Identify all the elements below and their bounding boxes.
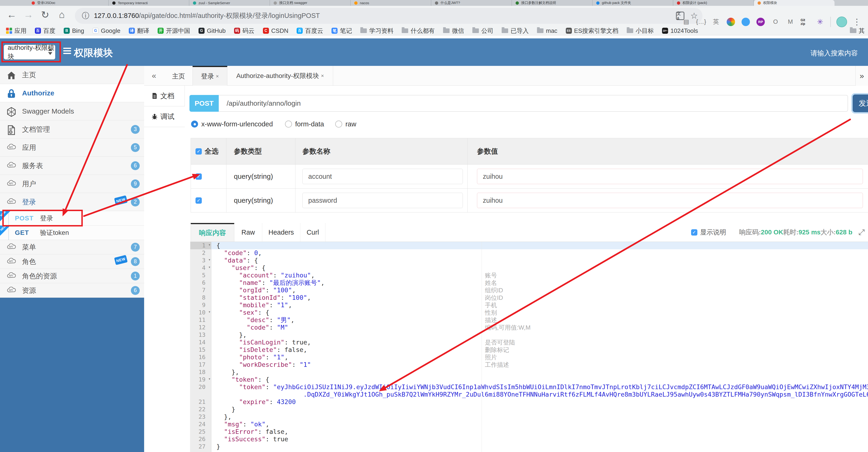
browser-tab[interactable]: nacos [350, 0, 431, 6]
select-all-checkbox[interactable]: ✓ [195, 148, 202, 154]
bookmark-item[interactable]: 笔笔记 [332, 27, 352, 35]
radio-label[interactable]: form-data [295, 120, 324, 128]
expand-response-icon[interactable]: ⤢ [859, 228, 865, 237]
tab-home[interactable]: 主页 [172, 72, 185, 81]
browser-tab[interactable]: 接口文档 swagger [270, 0, 350, 6]
send-button[interactable]: 发送 [852, 94, 868, 112]
tab-curl[interactable]: Curl [300, 223, 326, 242]
reader-icon[interactable]: ▤ [682, 17, 691, 27]
request-url-input[interactable] [219, 95, 848, 112]
param-value-input[interactable] [477, 193, 863, 208]
bookmark-item[interactable]: GGoogle [93, 27, 120, 34]
url-bar[interactable]: ⓘ 127.0.0.1:8760/api/gate/doc.html#/auth… [75, 8, 703, 24]
browser-tab-label: 登录/JSDoc [37, 1, 55, 5]
show-description-checkbox[interactable]: ✓ [691, 229, 698, 235]
param-checkbox[interactable]: ✓ [195, 197, 202, 204]
fold-arrow-icon[interactable]: ▾ [208, 310, 211, 314]
bookmark-item[interactable]: 译翻译 [129, 27, 149, 35]
bookmark-item[interactable]: 应用 [6, 27, 27, 35]
sidebar-item-4[interactable]: API应用5 [0, 139, 144, 157]
bookmark-item[interactable]: 什么都有 [402, 27, 435, 35]
sidebar-item-12[interactable]: API角色的资源1 [0, 269, 144, 283]
radio-form-data[interactable] [285, 120, 292, 128]
radio-raw[interactable] [335, 120, 342, 128]
cloud-api-icon: API [6, 272, 17, 281]
forward-icon[interactable]: → [22, 9, 35, 20]
tab-authorize[interactable]: Authorize-authority-权限模块 × [227, 66, 333, 86]
tab-document[interactable]: 文档 [144, 86, 185, 106]
sidebar-item-13[interactable]: API资源6 [0, 283, 144, 298]
radio-label[interactable]: x-www-form-urlencoded [201, 120, 273, 128]
radio-x-www-form-urlencoded[interactable] [191, 120, 198, 128]
bookmark-item[interactable]: GGitHub [198, 27, 226, 34]
colorful-circle-icon[interactable] [726, 17, 736, 27]
sidebar-item-5[interactable]: API服务表6 [0, 157, 144, 175]
close-icon[interactable]: × [321, 73, 324, 79]
param-name-input[interactable] [303, 169, 463, 184]
collapse-tabs-icon[interactable]: « [152, 71, 156, 80]
sidebar-item-1[interactable]: Authorize [0, 84, 144, 102]
fold-arrow-icon[interactable]: ▾ [208, 376, 211, 381]
sidebar-item-6[interactable]: API用户9 [0, 175, 144, 193]
browser-tab[interactable]: zuul - SampleServer [189, 0, 270, 6]
browser-tab[interactable]: 权限模块 [754, 0, 835, 6]
m-shield-icon[interactable]: M [786, 17, 795, 27]
browser-menu-icon[interactable]: ⋮ [852, 17, 861, 27]
expand-tabs-icon[interactable]: » [856, 66, 868, 86]
sidebar-item-10[interactable]: API菜单7 [0, 240, 144, 254]
bookmark-item[interactable]: 百百度云 [297, 27, 323, 35]
profile-avatar[interactable] [836, 17, 847, 27]
browser-tab[interactable]: 登录/JSDoc [28, 0, 108, 6]
bookmark-item[interactable]: 10²⁴1024Tools [662, 27, 698, 34]
bookmark-item[interactable]: ESES搜索引擎文档 [566, 27, 619, 35]
bookmark-item[interactable]: 已导入 [502, 27, 529, 35]
bookmark-item[interactable]: 公司 [472, 27, 493, 35]
braces-icon[interactable]: {…} [696, 17, 706, 27]
browser-tab[interactable]: Temporary Interacti [108, 0, 189, 6]
sidebar-item-11[interactable]: API角色NEW8 [0, 254, 144, 269]
back-icon[interactable]: ← [5, 9, 18, 20]
rp-icon[interactable]: RP [756, 17, 765, 27]
pinwheel-icon[interactable]: ✳ [815, 17, 825, 27]
bookmark-item[interactable]: BBing [64, 27, 84, 34]
bookmark-item[interactable]: 百百度 [35, 27, 55, 35]
bookmark-item[interactable]: 小目标 [627, 27, 654, 35]
bookmark-overflow[interactable]: 其 [850, 26, 865, 35]
en-translate-icon[interactable]: 英 [711, 17, 721, 27]
bookmark-item[interactable]: 学习资料 [360, 27, 393, 35]
page-info-icon[interactable]: ⓘ [82, 11, 89, 21]
fold-arrow-icon[interactable]: ▾ [208, 243, 211, 247]
tab-headers[interactable]: Headers [262, 223, 300, 242]
bookmark-item[interactable]: 开开源中国 [158, 27, 190, 35]
param-name-input[interactable] [303, 193, 463, 208]
tab-login[interactable]: 登录 × [192, 66, 227, 86]
radio-label[interactable]: raw [345, 120, 356, 128]
browser-tab[interactable]: 接口参数注解文档说明 [512, 0, 592, 6]
param-row: ✓query(string) [191, 189, 868, 213]
browser-tab[interactable]: github pack 文件夹 [592, 0, 673, 6]
fold-arrow-icon[interactable]: ▾ [208, 257, 211, 262]
menu-toggle-icon[interactable] [63, 48, 71, 55]
search-input[interactable]: 请输入搜索内容 [811, 49, 858, 58]
close-icon[interactable]: × [216, 73, 219, 79]
sidebar-item-3[interactable]: 文档管理3 [0, 120, 144, 139]
reload-icon[interactable]: ↻ [39, 9, 52, 21]
sidebar-item-2[interactable]: Swagger Models [0, 102, 144, 120]
tab-raw[interactable]: Raw [234, 223, 262, 242]
ring-icon[interactable]: O [771, 17, 780, 27]
tab-response-content[interactable]: 响应内容 [191, 223, 234, 242]
bookmark-item[interactable]: CCSDN [263, 27, 288, 34]
sidebar-endpoint-get[interactable]: NEWGET验证token [0, 226, 144, 240]
gitzip-icon[interactable]: Git zip [801, 17, 810, 27]
globe-icon[interactable] [741, 17, 750, 27]
response-code-editor[interactable]: 1▾23▾4▾5678910▾111213141516171819▾202122… [190, 242, 868, 452]
tab-debug[interactable]: 调试 [144, 106, 185, 127]
home-icon[interactable]: ⌂ [55, 9, 68, 20]
fold-arrow-icon[interactable]: ▾ [208, 265, 211, 269]
browser-tab[interactable]: 权限设计 (pack) [673, 0, 754, 6]
bookmark-item[interactable]: 码码云 [234, 27, 254, 35]
browser-tab[interactable]: 什么是JWT? [431, 0, 512, 6]
bookmark-item[interactable]: 微信 [443, 27, 464, 35]
param-value-input[interactable] [477, 169, 863, 184]
bookmark-item[interactable]: mac [537, 27, 557, 34]
